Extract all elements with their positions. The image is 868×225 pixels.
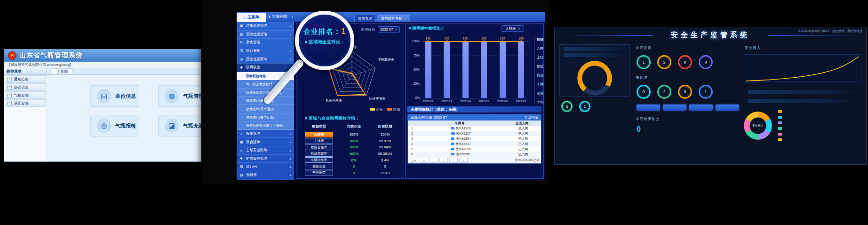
sidebar-item[interactable]: ◷历史信息查询∨	[237, 55, 294, 64]
chevron-down-icon: ∨	[290, 149, 292, 152]
row-index: 1	[408, 127, 416, 130]
sidebar-subitem[interactable]: 疲劳统计(基于运政)	[237, 105, 294, 113]
sort-icon[interactable]: ↕	[466, 122, 467, 125]
vehicle-list-tab[interactable]: ◨ 车辆列表	[266, 12, 289, 22]
metric-pill[interactable]: 平均疲劳	[305, 170, 333, 176]
sidebar-item-label: 系统管理	[246, 40, 292, 45]
left-sidebar-item[interactable]: +基础信息	[5, 83, 46, 91]
collapse-sidebar-icon[interactable]: ‹	[289, 12, 295, 22]
close-icon[interactable]: ×	[404, 16, 406, 21]
metric-pill[interactable]: 轨迹完整率	[305, 151, 333, 157]
sidebar-item[interactable]: ▨资料库∨	[237, 171, 294, 180]
expand-plus-icon[interactable]: +	[7, 101, 12, 105]
menu-card[interactable]: ◎气瓶报检	[90, 115, 139, 137]
y-axis-tick: 50%	[407, 68, 420, 71]
action-button[interactable]	[716, 104, 739, 111]
plate-cell: 鲁KA7637	[416, 142, 505, 146]
metric-select[interactable]: 入网率 ▼	[502, 25, 524, 32]
menu-card[interactable]: ◍气瓶管理	[158, 85, 204, 107]
menu-card-label: 气瓶管理	[183, 93, 204, 100]
detail-section-title: ■ 区域与企业联网联控详情：	[305, 116, 360, 121]
y-axis-tick: 25%	[407, 82, 420, 85]
sidebar-item[interactable]: ✚扩展服务管理∨	[237, 155, 294, 163]
detail-column-header: 当前企业	[338, 124, 369, 129]
next-page-icon[interactable]: ›	[449, 158, 458, 163]
window-titlebar: ★ 山东省气瓶管理系统	[4, 49, 204, 62]
vehicle-table-card: 车辆入网明细 -2022-07 导出明细 车牌号↕是否入网↕ 1鲁KA1909已…	[407, 114, 542, 164]
vehicle-row[interactable]: 5鲁KA7005已入网	[408, 146, 541, 152]
sidebar-item[interactable]: ◉联网联控	[237, 64, 294, 72]
export-detail-button[interactable]: 导出明细	[524, 115, 538, 120]
metric-pill[interactable]: 数据合格率	[305, 145, 333, 151]
vehicle-column-header[interactable]: 车牌号↕	[416, 121, 505, 126]
sort-icon[interactable]: ↕	[530, 122, 531, 125]
vehicle-row[interactable]: 1鲁KA1909已入网	[408, 126, 541, 131]
metric-pill[interactable]: 超速次数	[305, 164, 333, 170]
action-button[interactable]	[637, 104, 660, 111]
sidebar-item-label: 历史信息查询	[246, 57, 288, 62]
sidebar-item[interactable]: ▣违章处置管理∨	[237, 22, 294, 31]
left-sidebar-item[interactable]: +通知公告	[5, 75, 46, 83]
action-button[interactable]	[663, 104, 686, 111]
expand-plus-icon[interactable]: +	[7, 93, 12, 97]
content-tab[interactable]: 数据查询	[354, 15, 376, 22]
menu-card[interactable]: ◪气瓶充装	[158, 115, 204, 137]
bar	[444, 41, 450, 98]
maintain-stat: 0	[637, 125, 739, 134]
action-button[interactable]	[689, 104, 713, 111]
left-sidebar-item[interactable]: +气瓶管理	[5, 91, 46, 99]
gridline	[422, 70, 529, 70]
menu-card[interactable]: ▤单位信息	[90, 85, 139, 107]
mini-table-row-label: 平均疲劳	[537, 97, 544, 104]
vehicle-row[interactable]: 6鲁K56951已入网	[408, 152, 541, 157]
page-number-input[interactable]: 1	[439, 158, 448, 163]
legend-swatch	[387, 108, 392, 111]
sidebar-item[interactable]: ▧通行码∨	[237, 163, 294, 171]
prev-page-icon[interactable]: ‹	[430, 158, 438, 163]
vehicle-row[interactable]: 4鲁KA7637已入网	[408, 141, 541, 146]
metric-pill[interactable]: 车辆漂移率	[305, 157, 333, 163]
user-text[interactable]: 系统管理员	[847, 29, 863, 33]
network-status: 已入网	[505, 142, 541, 146]
page-size-select[interactable]: 10 ▼	[410, 158, 418, 163]
tab-main[interactable]: 主界面	[52, 68, 72, 74]
query-date-select[interactable]: 2022-07 ▼	[378, 26, 400, 32]
menu-card-label: 单位信息	[115, 93, 136, 100]
left-sidebar-item-label: 气瓶管理	[14, 93, 29, 98]
pill-cell: 超速次数	[300, 163, 338, 170]
org-text[interactable]: 启山管理	[832, 29, 844, 33]
vehicle-row[interactable]: 2鲁KA1117已入网	[408, 131, 541, 136]
vehicle-row[interactable]: 3鲁K96804已入网	[408, 136, 541, 141]
sidebar-subitem[interactable]: 每日轨迹数据统计（测试）	[237, 121, 294, 130]
company-value: 100%	[338, 152, 369, 156]
sidebar-item[interactable]: ▥基础信息管理∨	[237, 31, 294, 39]
chevron-down-icon: ∨	[290, 32, 292, 36]
main-menu-tab[interactable]: ⌂ 主菜单	[237, 13, 266, 22]
expand-plus-icon[interactable]: +	[7, 77, 12, 81]
chevron-down-icon: ∨	[290, 132, 292, 136]
left-sidebar-item[interactable]: +系统管理	[5, 99, 46, 107]
sidebar-item[interactable]: ▦整合运单∨	[237, 138, 294, 146]
left-sidebar-item-label: 基础信息	[14, 85, 29, 90]
query-date-row: 查询日期: 2022-07 ▼	[361, 26, 400, 32]
last-page-icon[interactable]: »	[459, 158, 468, 163]
metric-pill[interactable]: 入网率	[305, 132, 333, 138]
vehicle-column-header[interactable]: 是否入网↕	[505, 121, 541, 126]
vehicle-sub-title: 车辆入网明细 -2022-07	[411, 115, 447, 120]
metric-pill[interactable]: 上线率	[305, 138, 333, 144]
alarm-ring: 0	[699, 55, 713, 69]
sidebar-item[interactable]: ◬主动安全防御∨	[237, 146, 294, 155]
sidebar-subitem[interactable]: 轨迹数据统计(基于运政)	[237, 88, 294, 97]
sidebar-item[interactable]: ♨报警管理∨	[237, 130, 294, 138]
plate-cell: 鲁K56951	[416, 152, 505, 157]
donut-center-label: 安全投入	[744, 112, 772, 140]
chevron-down-icon: ∨	[290, 57, 292, 61]
sidebar-item[interactable]: ⚙系统管理	[237, 39, 294, 47]
sidebar-item[interactable]: ◫统计分析∨	[237, 47, 294, 56]
vehicle-list-label: 车辆列表	[272, 14, 288, 20]
content-tab[interactable]: 联网联控考核×	[377, 15, 410, 22]
plate-number: 鲁KA7637	[456, 142, 471, 146]
first-page-icon[interactable]: «	[420, 158, 428, 163]
expand-plus-icon[interactable]: +	[7, 85, 12, 89]
sidebar-subitem[interactable]: 漂移统计(基于运政)	[237, 113, 294, 122]
